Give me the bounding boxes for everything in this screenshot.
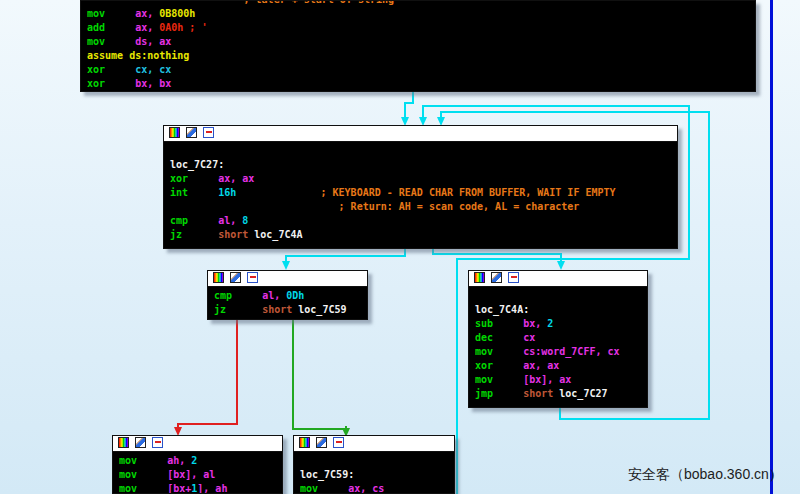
node-color-icon[interactable] (169, 127, 180, 138)
node-color-icon[interactable] (474, 272, 485, 283)
edge-loop2-segment (422, 105, 690, 107)
edge-false-branch-segment (177, 423, 238, 425)
node-titlebar (294, 436, 454, 452)
code-row[interactable]: cmp al, 8 (170, 214, 677, 228)
node-group-icon[interactable] (203, 127, 214, 138)
code-row[interactable]: sub bx, 2 (475, 317, 647, 331)
code-row[interactable]: mov [bx], ax (475, 373, 647, 387)
code-row[interactable]: ; Return: AH = scan code, AL = character (170, 200, 677, 214)
edge-loop2-segment (688, 105, 690, 260)
node-titlebar (164, 126, 677, 142)
node-color-icon[interactable] (118, 437, 129, 448)
basic-block-loc-7c27[interactable]: loc_7C27:xor ax, axint 16h ; KEYBOARD - … (163, 125, 678, 249)
node-group-icon[interactable] (508, 272, 519, 283)
code-row[interactable]: loc_7C4A: (475, 303, 647, 317)
basic-block-entry[interactable]: ; later + start of stringmov ax, 0B800ha… (80, 0, 756, 92)
edge-jmp-loop-segment (559, 418, 710, 420)
code-row[interactable]: jz short loc_7C4A (170, 228, 677, 242)
code-row[interactable]: mov [bx], al (119, 468, 282, 482)
edge-false-branch-segment (236, 320, 238, 425)
code-row[interactable]: mov ah, 2 (119, 454, 282, 468)
code-row[interactable]: mov [bx+1], ah (119, 482, 282, 494)
code-row[interactable]: add ax, 0A0h ; ' (87, 21, 755, 35)
code-row[interactable]: loc_7C27: (170, 158, 677, 172)
edge-to-7c4a-segment (432, 253, 562, 255)
code-row[interactable] (170, 144, 677, 158)
node-group-icon[interactable] (247, 272, 258, 283)
node-group-icon[interactable] (152, 437, 163, 448)
code-row[interactable]: ; later + start of string (87, 0, 755, 7)
node-titlebar (208, 271, 367, 287)
basic-block-loc-7c4a[interactable]: loc_7C4A:sub bx, 2dec cxmov cs:word_7CFF… (468, 270, 648, 408)
node-group-icon[interactable] (333, 437, 344, 448)
edge-to-cmp0dh-arrow (282, 261, 290, 270)
edge-jmp-loop-segment (440, 111, 710, 113)
basic-block-bottom-left[interactable]: mov ah, 2mov [bx], almov [bx+1], ah (112, 435, 283, 494)
code-row[interactable]: jz short loc_7C59 (214, 303, 367, 317)
basic-block-loc-7c59[interactable]: loc_7C59:mov ax, cs (293, 435, 455, 494)
basic-block-cmp-0dh[interactable]: cmp al, 0Dhjz short loc_7C59 (207, 270, 368, 320)
edge-true-branch-segment (292, 428, 347, 430)
node-titlebar (113, 436, 282, 452)
edge-to-cmp0dh-segment (285, 255, 406, 257)
code-row[interactable]: loc_7C59: (300, 468, 454, 482)
code-row[interactable]: assume ds:nothing (87, 49, 755, 63)
edge-true-branch-segment (292, 320, 294, 430)
edge-jmp-loop-segment (708, 111, 710, 420)
code-row[interactable]: xor ax, ax (170, 172, 677, 186)
node-edit-comment-icon[interactable] (135, 437, 146, 448)
code-row[interactable] (475, 289, 647, 303)
node-titlebar (469, 271, 647, 287)
code-row[interactable]: mov ds, ax (87, 35, 755, 49)
code-row[interactable]: xor bx, bx (87, 77, 755, 91)
code-row[interactable]: xor ax, ax (475, 359, 647, 373)
node-edit-comment-icon[interactable] (186, 127, 197, 138)
code-row[interactable]: mov ax, 0B800h (87, 7, 755, 21)
watermark: 安全客（bobao.360.cn） (628, 466, 783, 484)
edge-entry-segment (404, 102, 406, 118)
code-row[interactable]: dec cx (475, 331, 647, 345)
code-row[interactable]: cmp al, 0Dh (214, 289, 367, 303)
node-edit-comment-icon[interactable] (491, 272, 502, 283)
code-row[interactable]: mov ax, cs (300, 482, 454, 494)
code-row[interactable]: xor cx, cx (87, 63, 755, 77)
frame-line (770, 0, 773, 494)
node-color-icon[interactable] (213, 272, 224, 283)
code-row[interactable]: jmp short loc_7C27 (475, 387, 647, 401)
edge-loop2-segment (456, 258, 690, 260)
code-row[interactable]: mov cs:word_7CFF, cx (475, 345, 647, 359)
code-row[interactable] (300, 454, 454, 468)
edge-to-7c4a-arrow (557, 261, 565, 270)
edge-loop2-segment (456, 258, 458, 494)
code-row[interactable]: int 16h ; KEYBOARD - READ CHAR FROM BUFF… (170, 186, 677, 200)
node-color-icon[interactable] (299, 437, 310, 448)
node-edit-comment-icon[interactable] (316, 437, 327, 448)
node-edit-comment-icon[interactable] (230, 272, 241, 283)
